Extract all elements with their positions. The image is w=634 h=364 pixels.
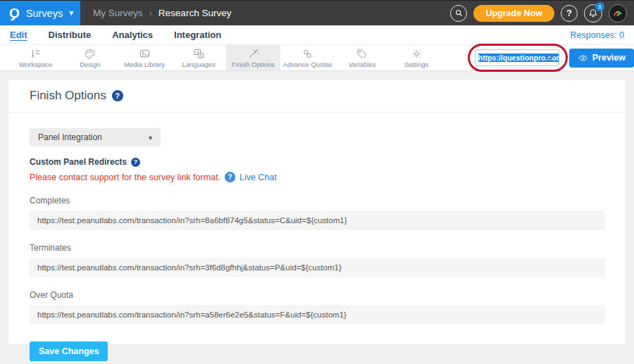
- survey-nav: Edit Distribute Analytics Integration Re…: [0, 25, 634, 44]
- over-quota-field-group: Over Quota https://test.peanutlabs.com/t…: [30, 290, 604, 324]
- card-header: Finish Options ?: [8, 80, 626, 113]
- workspace-icon: [30, 48, 42, 60]
- avatar-gauge-icon: [611, 6, 625, 20]
- breadcrumb-current-survey: Research Survey: [158, 8, 232, 18]
- completes-label: Completes: [30, 196, 604, 206]
- top-actions: Upgrade Now ? 1: [450, 4, 634, 23]
- redirects-help-icon[interactable]: ?: [131, 158, 140, 167]
- completes-url-field[interactable]: https://test.peanutlabs.com/transaction/…: [30, 211, 604, 230]
- upgrade-now-button[interactable]: Upgrade Now: [473, 5, 554, 22]
- live-chat-link[interactable]: Live Chat: [240, 172, 277, 182]
- support-note: Please contact support for the survey li…: [30, 172, 604, 182]
- breadcrumb-separator-icon: ›: [149, 8, 152, 18]
- chevron-down-icon: ▾: [149, 134, 152, 142]
- help-button[interactable]: ?: [561, 5, 578, 22]
- page-title: Finish Options: [30, 89, 106, 103]
- notification-count-badge: 1: [595, 2, 604, 11]
- search-button[interactable]: [450, 5, 467, 22]
- tab-edit[interactable]: Edit: [10, 30, 27, 40]
- notifications-button[interactable]: 1: [584, 4, 602, 23]
- completes-field-group: Completes https://test.peanutlabs.com/tr…: [30, 196, 604, 230]
- design-palette-icon: [84, 48, 96, 60]
- dropdown-selected-value: Panel Integration: [38, 132, 102, 142]
- toolbar-tab-finish-options[interactable]: Finish Options: [226, 45, 280, 70]
- card-body: Panel Integration ▾ Custom Panel Redirec…: [8, 113, 626, 364]
- responses-count[interactable]: Responses: 0: [571, 30, 624, 40]
- finish-options-wand-icon: [247, 48, 259, 60]
- breadcrumb-my-surveys[interactable]: My Surveys: [93, 8, 143, 18]
- finish-options-card: Finish Options ? Panel Integration ▾ Cus…: [8, 80, 626, 344]
- breadcrumb: My Surveys › Research Survey: [93, 8, 231, 18]
- advance-quotas-chain-icon: [302, 48, 313, 60]
- question-mark-icon: ?: [566, 8, 572, 18]
- tab-integration[interactable]: Integration: [174, 30, 221, 40]
- page-content: Finish Options ? Panel Integration ▾ Cus…: [0, 71, 634, 364]
- toolbar-tab-languages[interactable]: 文 A Languages: [172, 45, 226, 70]
- toolbar-tab-workspace[interactable]: Workspace: [8, 45, 63, 70]
- settings-gear-icon: [411, 48, 423, 60]
- finish-options-help-icon[interactable]: ?: [112, 90, 123, 101]
- toolbar-tab-advance-quotas[interactable]: Advance Quotas: [280, 45, 335, 70]
- product-name: Surveys: [26, 8, 63, 19]
- tab-distribute[interactable]: Distribute: [49, 30, 92, 40]
- user-avatar[interactable]: [609, 4, 627, 23]
- toolbar-tab-variables[interactable]: Variables: [335, 45, 389, 70]
- toolbar-tab-settings[interactable]: Settings: [390, 45, 444, 70]
- edit-pencil-icon[interactable]: [547, 53, 556, 62]
- languages-icon: 文 A: [193, 48, 205, 60]
- media-library-icon: [139, 48, 151, 60]
- preview-button[interactable]: Preview: [569, 49, 634, 68]
- toolbar-tab-design[interactable]: Design: [63, 45, 117, 70]
- over-quota-label: Over Quota: [30, 290, 604, 300]
- questionpro-logo-icon: Ԛ: [9, 6, 20, 21]
- terminates-url-field[interactable]: https://test.peanutlabs.com/transaction/…: [30, 258, 604, 277]
- chevron-down-icon: ▼: [68, 9, 75, 17]
- top-bar: Ԛ Surveys ▼ My Surveys › Research Survey…: [0, 0, 634, 25]
- eye-icon: [578, 53, 588, 63]
- toolbar-tab-media-library[interactable]: Media Library: [117, 45, 171, 70]
- tab-analytics[interactable]: Analytics: [112, 30, 153, 40]
- save-changes-button[interactable]: Save Changes: [30, 341, 108, 361]
- survey-url-wrap: https://questionpro.com/t/A: [475, 49, 559, 66]
- terminates-field-group: Terminates https://test.peanutlabs.com/t…: [30, 243, 604, 277]
- edit-toolbar: Workspace Design Media Library 文 A Langu…: [0, 44, 634, 71]
- variables-tag-icon: [356, 48, 368, 60]
- over-quota-url-field[interactable]: https://test.peanutlabs.com/transaction/…: [30, 306, 604, 324]
- terminates-label: Terminates: [30, 243, 604, 253]
- support-note-text: Please contact support for the survey li…: [30, 172, 220, 182]
- custom-panel-redirects-heading: Custom Panel Redirects ?: [30, 157, 604, 167]
- panel-integration-dropdown[interactable]: Panel Integration ▾: [30, 128, 161, 146]
- product-switcher[interactable]: Ԛ Surveys ▼: [0, 1, 80, 25]
- live-chat-help-icon[interactable]: ?: [225, 172, 235, 182]
- search-icon: [454, 8, 464, 18]
